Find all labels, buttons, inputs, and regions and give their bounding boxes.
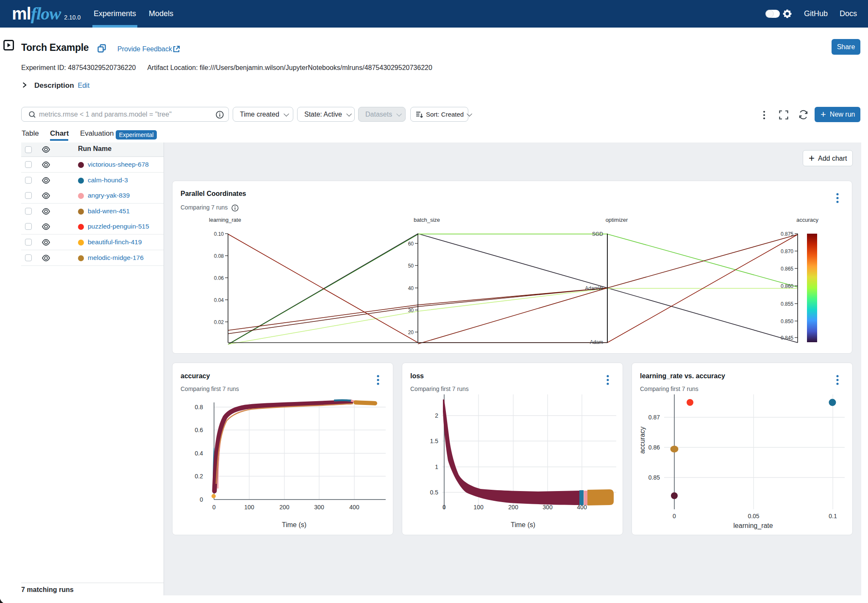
svg-text:1: 1: [435, 463, 438, 470]
svg-text:0.4: 0.4: [195, 450, 203, 457]
svg-text:50: 50: [408, 263, 414, 269]
svg-text:0.08: 0.08: [214, 253, 224, 259]
svg-text:0.5: 0.5: [430, 489, 439, 496]
svg-text:Time (s): Time (s): [511, 521, 535, 528]
svg-text:0.855: 0.855: [781, 301, 793, 307]
svg-text:400: 400: [577, 504, 587, 511]
svg-text:30: 30: [408, 307, 414, 313]
svg-text:0.850: 0.850: [781, 318, 793, 324]
svg-text:0: 0: [442, 504, 446, 511]
svg-text:0.875: 0.875: [781, 231, 793, 237]
svg-text:0.85: 0.85: [648, 474, 660, 481]
svg-text:0.86: 0.86: [648, 444, 660, 451]
svg-text:60: 60: [408, 241, 414, 247]
svg-text:optimizer: optimizer: [606, 217, 628, 223]
svg-text:0.870: 0.870: [781, 248, 793, 254]
svg-text:0.845: 0.845: [781, 335, 793, 341]
svg-text:40: 40: [408, 285, 414, 291]
svg-text:0.02: 0.02: [214, 319, 224, 325]
svg-text:Time (s): Time (s): [282, 521, 306, 528]
svg-text:0.8: 0.8: [195, 404, 203, 410]
svg-text:1.5: 1.5: [430, 438, 439, 444]
svg-text:Adam: Adam: [590, 339, 603, 345]
svg-text:0.10: 0.10: [214, 231, 224, 237]
svg-text:400: 400: [349, 504, 359, 511]
svg-text:accuracy: accuracy: [796, 217, 819, 223]
svg-text:0.06: 0.06: [214, 275, 224, 281]
svg-text:AdamW: AdamW: [585, 285, 603, 291]
svg-text:0.860: 0.860: [781, 283, 793, 289]
svg-text:300: 300: [542, 504, 553, 511]
svg-text:200: 200: [508, 504, 518, 511]
svg-text:200: 200: [279, 504, 289, 511]
svg-text:batch_size: batch_size: [414, 217, 440, 223]
svg-text:0.04: 0.04: [214, 297, 224, 303]
svg-text:learning_rate: learning_rate: [733, 522, 773, 530]
svg-text:0.6: 0.6: [195, 427, 203, 433]
svg-text:0: 0: [212, 504, 216, 511]
svg-text:0.1: 0.1: [829, 513, 837, 519]
svg-text:SGD: SGD: [592, 231, 603, 237]
svg-text:100: 100: [473, 504, 484, 511]
svg-text:20: 20: [408, 329, 414, 335]
svg-text:0.2: 0.2: [195, 473, 203, 480]
svg-text:100: 100: [244, 504, 254, 511]
svg-text:accuracy: accuracy: [639, 427, 646, 454]
svg-text:0.87: 0.87: [648, 414, 660, 421]
svg-text:0: 0: [673, 513, 676, 519]
svg-text:0.865: 0.865: [781, 266, 793, 272]
svg-text:0.05: 0.05: [748, 513, 759, 519]
svg-text:300: 300: [314, 504, 324, 511]
svg-text:learning_rate: learning_rate: [209, 217, 241, 223]
svg-text:0: 0: [200, 496, 203, 503]
svg-text:2: 2: [435, 412, 438, 419]
